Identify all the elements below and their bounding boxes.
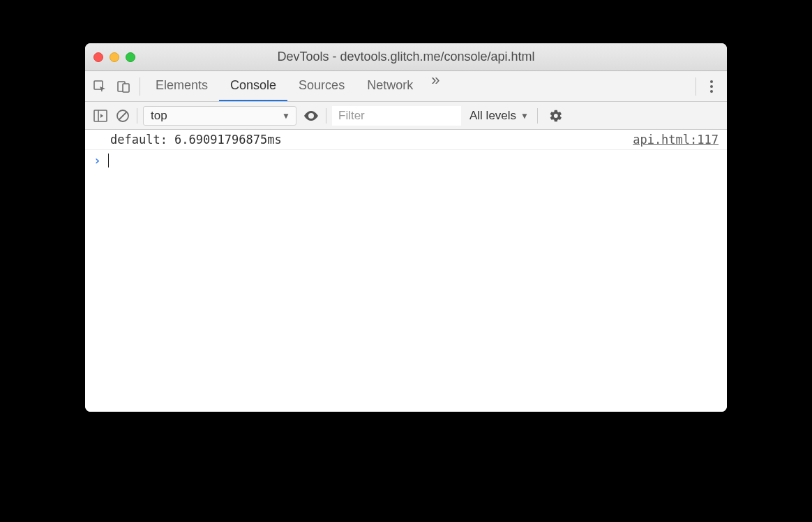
divider <box>696 77 696 96</box>
inspect-element-icon[interactable] <box>92 79 107 94</box>
panel-tabs: Elements Console Sources Network » <box>140 71 446 101</box>
tab-network[interactable]: Network <box>356 71 424 101</box>
divider <box>326 108 326 124</box>
window-title: DevTools - devtools.glitch.me/console/ap… <box>277 50 534 64</box>
window-zoom-button[interactable] <box>126 52 135 62</box>
tabbar-right-controls <box>696 71 720 101</box>
levels-label: All levels <box>469 109 516 123</box>
console-prompt[interactable]: › <box>85 150 727 170</box>
divider <box>137 108 137 124</box>
devtools-menu-button[interactable] <box>703 76 720 97</box>
live-expression-icon[interactable] <box>302 107 320 125</box>
execution-context-selector[interactable]: top ▼ <box>143 106 296 126</box>
tab-sources[interactable]: Sources <box>287 71 356 101</box>
tab-elements[interactable]: Elements <box>144 71 219 101</box>
log-levels-selector[interactable]: All levels ▼ <box>467 109 532 123</box>
log-source-link[interactable]: api.html:117 <box>633 133 719 147</box>
titlebar: DevTools - devtools.glitch.me/console/ap… <box>85 43 727 71</box>
divider <box>537 108 538 124</box>
tab-console[interactable]: Console <box>219 71 287 101</box>
more-tabs-button[interactable]: » <box>424 71 446 101</box>
console-log-row: default: 6.69091796875ms api.html:117 <box>85 130 727 150</box>
clear-console-icon[interactable] <box>114 107 131 124</box>
prompt-caret-icon: › <box>93 153 101 167</box>
text-cursor <box>108 154 110 167</box>
chevron-down-icon: ▼ <box>520 111 529 121</box>
svg-line-6 <box>119 112 127 119</box>
console-settings-icon[interactable] <box>548 107 564 124</box>
chevron-down-icon: ▼ <box>282 111 290 121</box>
sidebar-toggle-icon[interactable] <box>92 107 109 124</box>
svg-rect-2 <box>123 84 129 92</box>
console-output: default: 6.69091796875ms api.html:117 › <box>85 130 727 412</box>
console-toolbar: top ▼ All levels ▼ <box>85 102 727 130</box>
window-minimize-button[interactable] <box>110 52 119 62</box>
filter-input[interactable] <box>332 106 461 126</box>
main-tabbar: Elements Console Sources Network » <box>85 71 727 102</box>
svg-point-7 <box>310 114 313 117</box>
tabbar-left-controls <box>92 71 140 101</box>
traffic-lights <box>93 52 135 62</box>
log-message: default: 6.69091796875ms <box>110 133 282 147</box>
device-toggle-icon[interactable] <box>116 79 131 94</box>
context-label: top <box>151 109 167 123</box>
devtools-window: DevTools - devtools.glitch.me/console/ap… <box>85 43 727 412</box>
window-close-button[interactable] <box>93 52 103 62</box>
